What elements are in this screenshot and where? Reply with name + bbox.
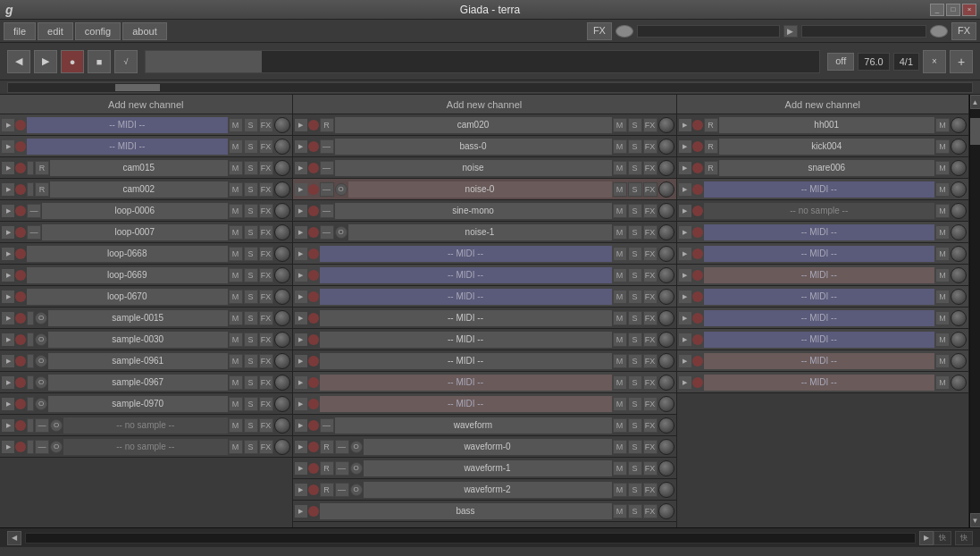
channel-volume-knob[interactable] [658,267,674,283]
channel-play-btn[interactable]: ▶ [295,376,307,389]
channel-m-btn[interactable]: M [613,311,627,325]
v-scroll-down[interactable]: ▼ [970,513,981,527]
channel-volume-knob[interactable] [951,267,967,283]
channel-s-btn[interactable]: S [628,204,642,218]
channel-rec-btn[interactable] [308,206,319,216]
channel-loop-btn[interactable]: O [35,376,47,389]
channel-fx-btn[interactable]: FX [259,354,273,368]
channel-name[interactable]: -- no sample -- [63,417,228,434]
channel-name[interactable]: -- MIDI -- [320,289,612,305]
channel-name[interactable]: hh001 [719,117,935,133]
channel-m-btn[interactable]: M [613,182,627,197]
channel-m-btn[interactable]: M [613,118,627,132]
channel-play-btn[interactable]: ▶ [2,248,14,260]
channel-fx-btn[interactable]: FX [643,354,658,368]
channel-play-btn[interactable]: ▶ [679,269,691,282]
channel-volume-knob[interactable] [274,289,290,305]
channel-m-btn[interactable]: M [229,182,243,197]
channel-fx-btn[interactable]: FX [259,290,273,304]
channel-fx-btn[interactable]: FX [259,182,273,197]
channel-name[interactable]: noise-1 [348,224,612,240]
channel-loop-btn[interactable]: O [35,312,47,324]
channel-rec-btn[interactable] [308,506,319,517]
channel-play-btn[interactable]: ▶ [679,355,691,367]
channel-play-btn[interactable]: ▶ [2,333,14,346]
channel-volume-knob[interactable] [274,375,290,391]
channel-name[interactable]: bass-0 [335,139,612,155]
channel-m-btn[interactable]: M [229,118,243,132]
channel-m-btn[interactable]: M [613,225,627,240]
channel-volume-knob[interactable] [274,181,290,198]
scroll-right[interactable]: ▶ [919,531,934,545]
channel-play-btn[interactable]: ▶ [679,312,691,324]
channel-loop-btn[interactable]: O [35,333,47,346]
channel-play-btn[interactable]: ▶ [2,312,14,324]
channel-dash-btn[interactable]: — [335,483,349,497]
channel-rec-btn[interactable] [15,184,26,195]
channel-name[interactable]: -- MIDI -- [704,289,935,305]
channel-fx-btn[interactable]: FX [643,161,658,175]
channel-play-btn[interactable]: ▶ [679,205,691,217]
channel-rec-btn[interactable] [308,291,319,302]
channel-s-btn[interactable]: S [244,397,258,411]
channel-volume-knob[interactable] [274,267,290,283]
channel-s-btn[interactable]: S [628,397,642,411]
channel-play-btn[interactable]: ▶ [2,162,14,174]
channel-fx-btn[interactable]: FX [643,225,658,240]
channel-s-btn[interactable]: S [628,375,642,390]
channel-fx-btn[interactable]: FX [259,311,273,325]
channel-volume-knob[interactable] [658,139,674,155]
channel-volume-knob[interactable] [274,439,290,455]
channel-rec-btn[interactable] [692,356,703,366]
channel-volume-knob[interactable] [274,224,290,240]
channel-fx-btn[interactable]: FX [643,418,658,433]
channel-play-btn[interactable]: ▶ [295,140,307,153]
transport-metronome[interactable]: √ [114,50,138,73]
channel-rec-btn[interactable] [15,399,26,409]
channel-rec-btn[interactable] [308,120,319,131]
channel-r-btn[interactable]: R [35,182,49,197]
menu-about[interactable]: about [122,22,167,40]
channel-volume-knob[interactable] [951,289,967,305]
channel-name[interactable]: -- MIDI -- [704,332,935,348]
channel-rec-btn[interactable] [15,270,26,281]
channel-name[interactable]: -- MIDI -- [704,267,935,283]
channel-dash-btn[interactable]: — [320,139,334,154]
channel-dash-btn[interactable]: — [27,225,41,240]
channel-s-btn[interactable]: S [628,418,642,433]
channel-name[interactable]: -- MIDI -- [320,396,612,412]
channel-rec-btn[interactable] [15,291,26,302]
col1-add-channel[interactable]: Add new channel [0,95,292,114]
channel-rec-btn[interactable] [308,313,319,324]
channel-volume-knob[interactable] [951,203,967,219]
channel-name[interactable]: loop-0668 [27,246,228,262]
channel-rec-btn[interactable] [308,484,319,495]
transport-record[interactable]: ● [61,50,84,73]
channel-m-btn[interactable]: M [613,161,627,175]
channel-m-btn[interactable]: M [613,418,627,433]
channel-loop-btn2[interactable]: O [350,484,363,496]
channel-s-btn[interactable]: S [628,354,642,368]
channel-play-btn[interactable]: ▶ [295,398,307,410]
channel-m-btn[interactable]: M [935,139,950,154]
fx-button-left[interactable]: FX [587,22,612,40]
channel-m-btn[interactable]: M [613,483,627,497]
channel-play-btn[interactable]: ▶ [2,291,14,303]
channel-m-btn[interactable]: M [613,290,627,304]
channel-s-btn[interactable]: S [628,268,642,282]
channel-dash-btn[interactable]: — [335,440,349,454]
channel-s-btn[interactable]: S [244,311,258,325]
channel-rec-btn[interactable] [15,334,26,345]
transport-rewind[interactable]: ◀ [7,50,30,73]
channel-volume-knob[interactable] [658,503,674,519]
channel-fx-btn[interactable]: FX [259,418,273,433]
channel-rec-btn[interactable] [692,141,703,152]
channel-play-btn[interactable]: ▶ [679,140,691,153]
tempo-plus[interactable]: + [950,50,973,73]
channel-name[interactable]: waveform-0 [364,439,612,455]
channel-play-btn[interactable]: ▶ [2,226,14,239]
channel-fx-btn[interactable]: FX [643,311,658,325]
channel-name[interactable]: noise-0 [348,181,612,198]
channel-name[interactable]: kick004 [719,139,935,155]
channel-play-btn[interactable]: ▶ [2,205,14,217]
